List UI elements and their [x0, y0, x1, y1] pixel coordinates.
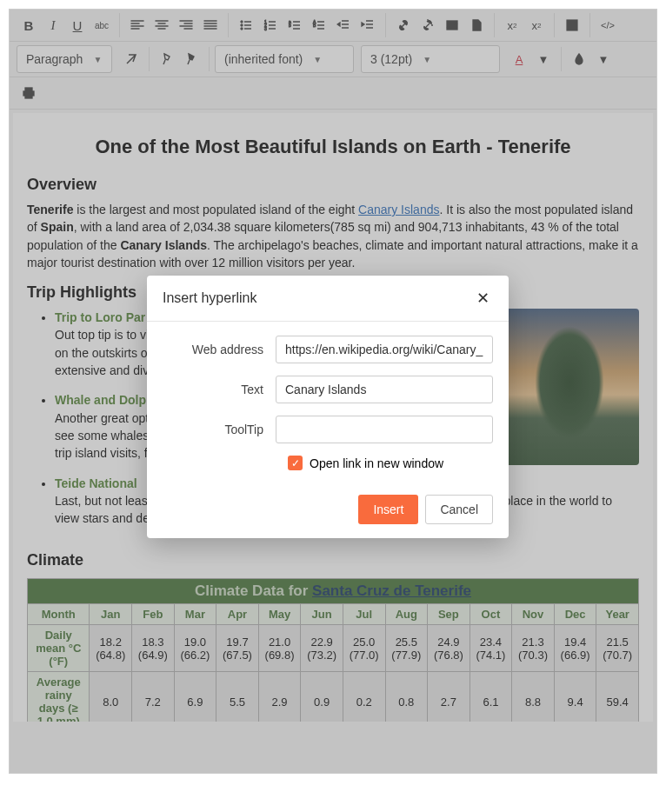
newwindow-checkbox[interactable]: ✓	[288, 456, 303, 470]
dialog-title: Insert hyperlink	[163, 290, 257, 306]
url-input[interactable]	[276, 336, 493, 363]
tooltip-label: ToolTip	[163, 423, 276, 436]
close-button[interactable]: ✕	[472, 288, 493, 309]
insert-hyperlink-dialog: Insert hyperlink ✕ Web address Text Tool…	[147, 276, 509, 538]
editor-app: B I U abc 123 ab AB x2 x2	[9, 9, 657, 774]
tooltip-input[interactable]	[276, 416, 493, 443]
url-label: Web address	[163, 343, 276, 356]
text-input[interactable]	[276, 376, 493, 403]
text-label: Text	[163, 383, 276, 396]
insert-button[interactable]: Insert	[358, 495, 418, 524]
cancel-button[interactable]: Cancel	[425, 495, 493, 524]
newwindow-label: Open link in new window	[310, 456, 443, 470]
